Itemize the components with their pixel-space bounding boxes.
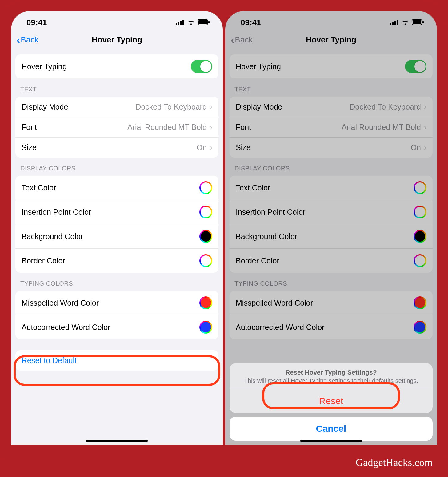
size-value: On (197, 143, 207, 152)
color-swatch-icon (199, 321, 212, 334)
text-color-row[interactable]: Text Color (230, 176, 433, 200)
back-button[interactable]: ‹ Back (231, 34, 253, 46)
chevron-right-icon: › (424, 102, 426, 111)
back-button[interactable]: ‹ Back (17, 34, 38, 46)
section-header-typing-colors: TYPING COLORS (225, 273, 437, 291)
size-label: Size (22, 143, 37, 152)
misspelled-color-row[interactable]: Misspelled Word Color (230, 291, 433, 315)
autocorrected-label: Autocorrected Word Color (236, 323, 325, 332)
svg-rect-13 (422, 21, 424, 23)
section-header-display-colors: DISPLAY COLORS (11, 158, 223, 176)
background-color-label: Background Color (22, 232, 83, 241)
sheet-reset-button[interactable]: Reset (230, 389, 433, 413)
display-mode-label: Display Mode (22, 102, 68, 111)
background-color-row[interactable]: Background Color (15, 224, 218, 248)
font-label: Font (236, 123, 251, 132)
chevron-left-icon: ‹ (231, 34, 234, 46)
misspelled-color-row[interactable]: Misspelled Word Color (15, 291, 218, 315)
background-color-row[interactable]: Background Color (230, 224, 433, 248)
svg-rect-10 (397, 20, 398, 25)
autocorrected-label: Autocorrected Word Color (22, 323, 110, 332)
chevron-right-icon: › (210, 143, 212, 152)
section-header-display-colors: DISPLAY COLORS (225, 158, 437, 176)
battery-icon (198, 18, 210, 27)
sheet-title: Reset Hover Typing Settings? (236, 369, 426, 376)
color-swatch-icon (414, 321, 426, 334)
reset-to-default-button[interactable]: Reset to Default (15, 350, 218, 371)
insertion-point-color-row[interactable]: Insertion Point Color (230, 200, 433, 224)
chevron-right-icon: › (424, 123, 426, 132)
back-label: Back (235, 35, 253, 45)
font-value: Arial Rounded MT Bold (342, 123, 421, 132)
font-row[interactable]: Font Arial Rounded MT Bold › (15, 117, 218, 137)
svg-rect-0 (176, 23, 177, 25)
font-label: Font (22, 123, 37, 132)
display-mode-value: Docked To Keyboard (135, 102, 207, 111)
display-mode-label: Display Mode (236, 102, 282, 111)
cellular-icon (176, 18, 185, 27)
watermark: GadgetHacks.com (356, 457, 433, 468)
text-color-label: Text Color (22, 183, 56, 192)
nav-bar: ‹ Back Hover Typing (11, 30, 223, 49)
nav-bar: ‹ Back Hover Typing (225, 30, 437, 49)
svg-rect-12 (413, 20, 421, 24)
autocorrected-color-row[interactable]: Autocorrected Word Color (15, 315, 218, 339)
border-color-label: Border Color (236, 256, 279, 265)
status-icons (176, 18, 210, 27)
sheet-header: Reset Hover Typing Settings? This will r… (230, 363, 433, 389)
autocorrected-color-row[interactable]: Autocorrected Word Color (230, 315, 433, 339)
home-indicator (300, 440, 362, 442)
chevron-right-icon: › (424, 143, 426, 152)
misspelled-label: Misspelled Word Color (22, 299, 99, 307)
screenshot-right: 09:41 ‹ Back Hover Typing Hover Typing (225, 11, 437, 445)
sheet-cancel-button[interactable]: Cancel (230, 417, 433, 441)
hover-typing-toggle-row[interactable]: Hover Typing (230, 54, 433, 78)
screenshot-left: 09:41 ‹ Back Hover Typing Hover Typing (11, 11, 223, 445)
reset-action-sheet: Reset Hover Typing Settings? This will r… (230, 363, 433, 441)
svg-rect-2 (180, 21, 182, 25)
clock: 09:41 (241, 18, 261, 27)
insertion-point-color-row[interactable]: Insertion Point Color (15, 200, 218, 224)
section-header-text: TEXT (225, 78, 437, 97)
color-swatch-icon (414, 254, 426, 267)
battery-icon (412, 18, 424, 27)
back-label: Back (21, 35, 38, 45)
svg-rect-3 (182, 20, 184, 25)
toggle-switch[interactable] (191, 60, 212, 73)
insertion-point-label: Insertion Point Color (236, 208, 306, 217)
color-swatch-icon (199, 296, 212, 309)
page-title: Hover Typing (306, 35, 356, 45)
svg-rect-1 (178, 22, 179, 25)
chevron-right-icon: › (210, 102, 212, 111)
toggle-switch[interactable] (405, 60, 426, 73)
toggle-label: Hover Typing (22, 62, 67, 71)
font-value: Arial Rounded MT Bold (127, 123, 207, 132)
display-mode-row[interactable]: Display Mode Docked To Keyboard › (15, 97, 218, 117)
size-row[interactable]: Size On › (15, 137, 218, 158)
font-row[interactable]: Font Arial Rounded MT Bold › (230, 117, 433, 137)
display-mode-row[interactable]: Display Mode Docked To Keyboard › (230, 97, 433, 117)
insertion-point-label: Insertion Point Color (22, 208, 91, 217)
color-swatch-icon (199, 230, 212, 243)
wifi-icon (187, 18, 195, 27)
hover-typing-toggle-row[interactable]: Hover Typing (15, 54, 218, 78)
svg-rect-9 (394, 21, 396, 25)
section-header-text: TEXT (11, 78, 223, 97)
article-frame: 09:41 ‹ Back Hover Typing Hover Typing (0, 0, 448, 477)
svg-rect-8 (392, 22, 394, 25)
text-color-row[interactable]: Text Color (15, 176, 218, 200)
cellular-icon (390, 18, 399, 27)
text-color-label: Text Color (236, 183, 270, 192)
color-swatch-icon (414, 206, 426, 218)
clock: 09:41 (26, 18, 47, 27)
size-row[interactable]: Size On › (230, 137, 433, 158)
border-color-row[interactable]: Border Color (15, 248, 218, 273)
border-color-row[interactable]: Border Color (230, 248, 433, 273)
status-bar: 09:41 (225, 11, 437, 30)
background-color-label: Background Color (236, 232, 297, 241)
status-bar: 09:41 (11, 11, 223, 30)
svg-rect-7 (390, 23, 391, 25)
reset-label: Reset to Default (22, 356, 77, 365)
display-mode-value: Docked To Keyboard (350, 102, 421, 111)
size-value: On (411, 143, 421, 152)
